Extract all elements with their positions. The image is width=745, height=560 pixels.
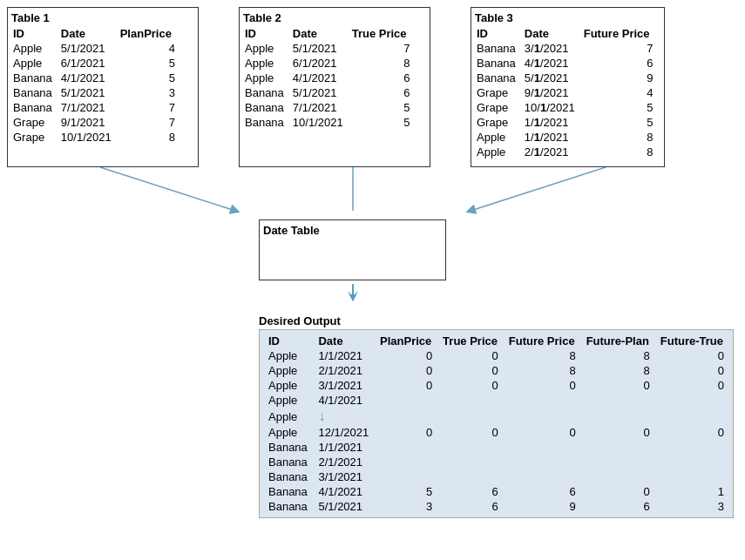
do-cell: 0	[375, 363, 437, 378]
do-cell	[504, 455, 581, 469]
table-cell: 8	[350, 56, 414, 71]
desired-output-area: Desired Output ID Date PlanPrice True Pr…	[259, 314, 734, 518]
table-cell: Apple	[11, 41, 59, 56]
table-cell: 5	[350, 100, 414, 115]
desired-output-row: Apple1/1/202100880	[263, 348, 729, 363]
table-cell: 5	[582, 100, 657, 115]
table-row: Apple5/1/20214	[11, 41, 179, 56]
do-cell	[655, 440, 729, 455]
do-cell	[375, 440, 437, 455]
do-cell	[581, 440, 655, 455]
table1-header-id: ID	[11, 26, 59, 41]
table-cell: Grape	[475, 85, 523, 100]
do-cell: Apple	[263, 408, 313, 425]
desired-output-header-row: ID Date PlanPrice True Price Future Pric…	[263, 334, 729, 348]
table-cell: 6/1/2021	[59, 56, 119, 71]
table-cell: Banana	[243, 100, 291, 115]
table-cell: 4	[119, 41, 179, 56]
table-cell: 9/1/2021	[59, 115, 119, 130]
do-cell: 6	[437, 499, 504, 514]
table-row: Banana5/1/20213	[11, 85, 179, 100]
table-cell: 4	[582, 85, 657, 100]
table-cell: 2/1/2021	[523, 145, 582, 159]
do-cell: 3/1/2021	[313, 378, 375, 393]
do-cell	[655, 469, 729, 484]
do-cell	[655, 455, 729, 469]
do-cell: 0	[581, 425, 655, 440]
table-row: Banana4/1/20216	[475, 56, 657, 71]
do-cell: 1/1/2021	[313, 348, 375, 363]
do-cell: 0	[437, 378, 504, 393]
do-cell: 0	[655, 425, 729, 440]
do-cell: 0	[437, 348, 504, 363]
do-cell	[375, 469, 437, 484]
do-cell: 4/1/2021	[313, 484, 375, 499]
svg-line-2	[471, 167, 606, 211]
do-cell	[437, 393, 504, 408]
table-row: Grape10/1/20215	[475, 100, 657, 115]
down-arrow-area	[344, 284, 745, 304]
table2: ID Date True Price Apple5/1/20217Apple6/…	[243, 26, 414, 130]
desired-output-row: Apple↓	[263, 408, 729, 425]
do-cell	[504, 469, 581, 484]
do-cell	[581, 455, 655, 469]
do-cell	[581, 469, 655, 484]
table-cell: 7	[350, 41, 414, 56]
do-cell	[437, 455, 504, 469]
do-cell	[655, 393, 729, 408]
table-cell: 8	[582, 130, 657, 145]
table-cell: 6	[582, 56, 657, 71]
do-cell: 5	[375, 484, 437, 499]
do-header-futureprice: Future Price	[504, 334, 581, 348]
do-cell	[504, 408, 581, 425]
svg-line-0	[100, 167, 235, 211]
do-cell	[375, 408, 437, 425]
do-cell	[655, 408, 729, 425]
table-cell: Apple	[243, 71, 291, 85]
do-cell: 0	[375, 348, 437, 363]
table-cell: 9	[582, 71, 657, 85]
table-cell: 5/1/2021	[523, 71, 582, 85]
table-cell: Apple	[475, 130, 523, 145]
table1-container: Table 1 ID Date PlanPrice Apple5/1/20214…	[7, 7, 199, 167]
table-cell: 6	[350, 71, 414, 85]
do-cell	[437, 469, 504, 484]
table-cell: 4/1/2021	[523, 56, 582, 71]
desired-output-row: Apple2/1/202100880	[263, 363, 729, 378]
table-row: Banana7/1/20215	[243, 100, 414, 115]
do-cell: Apple	[263, 363, 313, 378]
table-cell: Apple	[243, 41, 291, 56]
do-cell	[437, 408, 504, 425]
desired-output-title: Desired Output	[259, 314, 734, 327]
do-cell: 6	[504, 484, 581, 499]
table-row: Banana3/1/20217	[475, 41, 657, 56]
table-row: Apple5/1/20217	[243, 41, 414, 56]
table-cell: Banana	[11, 85, 59, 100]
table-cell: Grape	[475, 100, 523, 115]
desired-output-row: Banana4/1/202156601	[263, 484, 729, 499]
table-cell: Banana	[243, 115, 291, 130]
do-cell: Banana	[263, 469, 313, 484]
do-header-planprice: PlanPrice	[375, 334, 437, 348]
do-cell: 3	[375, 499, 437, 514]
do-header-futuretrue: Future-True	[655, 334, 729, 348]
do-cell: 2/1/2021	[313, 455, 375, 469]
table-cell: 4/1/2021	[59, 71, 119, 85]
desired-output-row: Apple12/1/202100000	[263, 425, 729, 440]
table2-title: Table 2	[243, 11, 423, 24]
table-cell: 5/1/2021	[291, 85, 350, 100]
do-cell	[375, 455, 437, 469]
table-row: Apple4/1/20216	[243, 71, 414, 85]
do-cell: 0	[437, 425, 504, 440]
do-cell: 0	[581, 378, 655, 393]
do-cell: 0	[655, 363, 729, 378]
table-cell: 1/1/2021	[523, 115, 582, 130]
table-cell: 5	[119, 56, 179, 71]
do-cell: 9	[504, 499, 581, 514]
desired-output-row: Banana3/1/2021	[263, 469, 729, 484]
table-row: Banana7/1/20217	[11, 100, 179, 115]
table1: ID Date PlanPrice Apple5/1/20214Apple6/1…	[11, 26, 179, 145]
table-cell: 9/1/2021	[523, 85, 582, 100]
table2-container: Table 2 ID Date True Price Apple5/1/2021…	[239, 7, 430, 167]
table-cell: 3	[119, 85, 179, 100]
